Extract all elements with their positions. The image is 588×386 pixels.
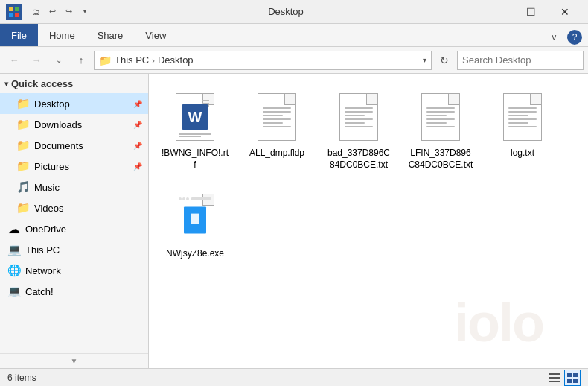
- exe-titlebar: [176, 196, 214, 208]
- close-button[interactable]: ✕: [548, 0, 582, 24]
- file-item-exe[interactable]: NWjsyZ8e.exe: [158, 183, 232, 265]
- doc-file-icon-alldmp: [258, 93, 296, 141]
- desktop-pin-icon: 📌: [133, 100, 142, 108]
- file-item-bad[interactable]: bad_337D896C84DC0BCE.txt: [322, 83, 396, 176]
- sidebar-item-thispc[interactable]: 💻 This PC: [0, 239, 148, 260]
- file-item-bwng[interactable]: W !BWNG_INFO!.rtf: [158, 83, 232, 176]
- refresh-button[interactable]: ↻: [435, 51, 454, 70]
- documents-folder-icon: 📁: [16, 139, 30, 152]
- sidebar: ▾ Quick access 📁 Desktop 📌 📁 Downloads 📌…: [0, 74, 149, 368]
- doc-file-icon-log: [503, 93, 542, 141]
- documents-pin-icon: 📌: [133, 142, 142, 150]
- icon-view-btn[interactable]: [564, 370, 581, 386]
- address-bar[interactable]: 📁 This PC › Desktop ▾: [94, 51, 432, 70]
- tab-home[interactable]: Home: [38, 24, 86, 46]
- svg-rect-5: [191, 214, 199, 224]
- sidebar-item-downloads[interactable]: 📁 Downloads 📌: [0, 114, 148, 135]
- sidebar-item-onedrive-label: OneDrive: [25, 224, 142, 235]
- forward-button[interactable]: →: [27, 51, 46, 70]
- tab-file[interactable]: File: [0, 24, 38, 46]
- tab-share[interactable]: Share: [86, 24, 135, 46]
- svg-rect-0: [9, 7, 13, 11]
- word-bottom-lines: [179, 133, 211, 137]
- svg-rect-6: [549, 373, 560, 375]
- file-label-bad: bad_337D896C84DC0BCE.txt: [325, 148, 392, 171]
- file-label-lfin: LFIN_337D896C84DC0BCE.txt: [407, 148, 474, 171]
- ribbon-tabs: File Home Share View ∨ ?: [0, 24, 588, 46]
- qa-redo-btn[interactable]: ↪: [61, 4, 76, 19]
- downloads-folder-icon: 📁: [16, 118, 30, 131]
- tab-view[interactable]: View: [134, 24, 177, 46]
- sidebar-item-onedrive[interactable]: ☁ OneDrive: [0, 218, 148, 239]
- folder-icon: 📁: [99, 54, 112, 66]
- sidebar-item-network-label: Network: [25, 265, 142, 276]
- quick-access-chevron: ▾: [4, 80, 8, 88]
- onedrive-icon: ☁: [7, 222, 21, 235]
- svg-rect-2: [9, 13, 13, 17]
- dropdown-button[interactable]: ⌄: [49, 51, 68, 70]
- sidebar-section-quick-access[interactable]: ▾ Quick access: [0, 74, 148, 93]
- sidebar-item-network[interactable]: 🌐 Network: [0, 260, 148, 281]
- watermark: iolo: [454, 292, 543, 353]
- file-item-lfin[interactable]: LFIN_337D896C84DC0BCE.txt: [403, 83, 478, 176]
- search-input[interactable]: [462, 54, 587, 66]
- svg-rect-8: [549, 381, 560, 382]
- list-view-btn[interactable]: [546, 370, 563, 386]
- file-icon-exe-wrap: [170, 189, 220, 247]
- breadcrumb-path: This PC › Desktop: [115, 54, 194, 66]
- sidebar-item-music-label: Music: [34, 182, 142, 193]
- up-button[interactable]: ↑: [71, 51, 91, 70]
- svg-rect-12: [573, 379, 578, 383]
- sidebar-item-pictures[interactable]: 📁 Pictures 📌: [0, 156, 148, 177]
- ribbon-extra: ∨ ?: [545, 28, 588, 46]
- exe-badge: [184, 207, 206, 234]
- breadcrumb-thispc[interactable]: This PC: [115, 54, 149, 66]
- sidebar-scroll-down[interactable]: ▼: [0, 353, 148, 368]
- desktop-folder-icon: 📁: [16, 97, 30, 110]
- sidebar-item-documents[interactable]: 📁 Documents 📌: [0, 135, 148, 156]
- address-dropdown-btn[interactable]: ▾: [423, 56, 426, 64]
- file-icon-bwng-wrap: W: [170, 88, 220, 146]
- file-icon-log-wrap: [497, 88, 548, 146]
- svg-rect-11: [567, 379, 572, 383]
- file-item-alldmp[interactable]: ALL_dmp.fldp: [240, 83, 314, 176]
- main-area: ▾ Quick access 📁 Desktop 📌 📁 Downloads 📌…: [0, 74, 588, 368]
- doc-lines-bad: [345, 107, 373, 127]
- minimize-button[interactable]: —: [479, 0, 514, 24]
- sidebar-item-music[interactable]: 🎵 Music: [0, 177, 148, 197]
- window-title: Desktop: [92, 6, 479, 17]
- word-file-icon: W: [176, 93, 214, 141]
- pictures-folder-icon: 📁: [16, 159, 30, 173]
- sidebar-item-downloads-label: Downloads: [34, 119, 130, 130]
- music-icon: 🎵: [16, 180, 30, 194]
- quick-access-label: Quick access: [11, 78, 73, 89]
- sidebar-item-thispc-label: This PC: [25, 244, 142, 256]
- file-item-log[interactable]: log.txt: [485, 83, 560, 176]
- file-label-exe: NWjsyZ8e.exe: [166, 248, 224, 260]
- qa-undo-btn[interactable]: ↩: [45, 4, 60, 19]
- doc-lines-log: [508, 107, 537, 127]
- sidebar-scroll: ▾ Quick access 📁 Desktop 📌 📁 Downloads 📌…: [0, 74, 148, 353]
- sidebar-item-videos[interactable]: 📁 Videos: [0, 197, 148, 218]
- breadcrumb-desktop[interactable]: Desktop: [158, 54, 194, 66]
- svg-rect-3: [15, 13, 19, 17]
- svg-rect-7: [549, 377, 560, 379]
- addressbar: ← → ⌄ ↑ 📁 This PC › Desktop ▾ ↻ 🔍: [0, 47, 588, 74]
- sidebar-item-catch[interactable]: 💻 Catch!: [0, 281, 148, 302]
- qa-properties-btn[interactable]: 🗂: [28, 4, 43, 19]
- exe-file-icon: [176, 194, 214, 241]
- videos-folder-icon: 📁: [16, 201, 30, 215]
- breadcrumb-sep1: ›: [152, 56, 155, 65]
- files-grid: W !BWNG_INFO!.rtf: [158, 83, 579, 265]
- ribbon-help[interactable]: ?: [567, 30, 582, 45]
- sidebar-item-desktop[interactable]: 📁 Desktop 📌: [0, 93, 148, 114]
- sidebar-item-documents-label: Documents: [34, 140, 130, 151]
- sidebar-item-desktop-label: Desktop: [34, 98, 130, 110]
- doc-file-icon-lfin: [421, 93, 460, 141]
- thispc-icon: 💻: [7, 243, 21, 256]
- ribbon-chevron[interactable]: ∨: [545, 28, 563, 46]
- back-button[interactable]: ←: [4, 51, 24, 70]
- pictures-pin-icon: 📌: [133, 162, 142, 171]
- qa-dropdown-btn[interactable]: ▾: [77, 4, 92, 19]
- maximize-button[interactable]: ☐: [514, 0, 548, 24]
